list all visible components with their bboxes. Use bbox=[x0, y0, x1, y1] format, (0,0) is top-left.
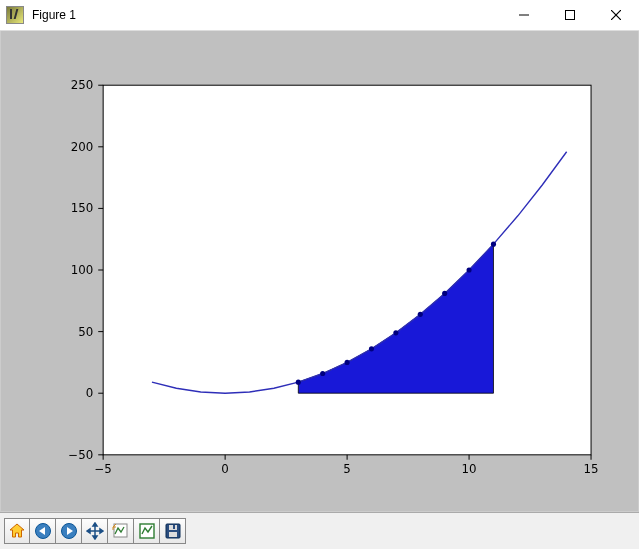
home-icon bbox=[8, 522, 26, 540]
minimize-button[interactable] bbox=[501, 0, 547, 30]
svg-rect-32 bbox=[173, 525, 175, 529]
sample-point bbox=[393, 330, 398, 335]
navigation-toolbar bbox=[0, 512, 639, 549]
plot-canvas[interactable]: −5051015−50050100150200250 bbox=[0, 31, 639, 512]
sample-point bbox=[442, 291, 447, 296]
x-tick-label: −5 bbox=[94, 462, 111, 476]
sample-point bbox=[491, 242, 496, 247]
sample-point bbox=[296, 380, 301, 385]
maximize-button[interactable] bbox=[547, 0, 593, 30]
zoom-icon bbox=[112, 522, 130, 540]
save-icon bbox=[164, 522, 182, 540]
close-icon bbox=[611, 10, 621, 20]
svg-marker-26 bbox=[100, 529, 103, 533]
titlebar: Figure 1 bbox=[0, 0, 639, 31]
svg-rect-1 bbox=[566, 11, 575, 20]
figure-window: Figure 1 −5051015−50050100150200250 bbox=[0, 0, 639, 549]
sample-point bbox=[369, 346, 374, 351]
forward-icon bbox=[60, 522, 78, 540]
sample-point bbox=[467, 267, 472, 272]
save-button[interactable] bbox=[160, 518, 186, 544]
y-tick-label: 0 bbox=[86, 386, 94, 400]
sample-point bbox=[320, 371, 325, 376]
minimize-icon bbox=[519, 10, 529, 20]
back-button[interactable] bbox=[30, 518, 56, 544]
svg-marker-24 bbox=[93, 536, 97, 539]
svg-marker-25 bbox=[87, 529, 90, 533]
close-button[interactable] bbox=[593, 0, 639, 30]
x-tick-label: 10 bbox=[462, 462, 477, 476]
x-tick-label: 0 bbox=[221, 462, 229, 476]
home-button[interactable] bbox=[4, 518, 30, 544]
forward-button[interactable] bbox=[56, 518, 82, 544]
back-icon bbox=[34, 522, 52, 540]
x-tick-label: 15 bbox=[584, 462, 599, 476]
pan-icon bbox=[86, 522, 104, 540]
configure-icon bbox=[138, 522, 156, 540]
maximize-icon bbox=[565, 10, 575, 20]
sample-point bbox=[345, 360, 350, 365]
sample-point bbox=[418, 312, 423, 317]
x-tick-label: 5 bbox=[343, 462, 351, 476]
axes-box bbox=[103, 85, 591, 455]
svg-rect-31 bbox=[169, 532, 177, 537]
y-tick-label: 100 bbox=[71, 263, 94, 277]
y-tick-label: 200 bbox=[71, 140, 94, 154]
pan-button[interactable] bbox=[82, 518, 108, 544]
y-tick-label: −50 bbox=[68, 448, 93, 462]
app-icon bbox=[6, 6, 24, 24]
y-tick-label: 50 bbox=[78, 325, 93, 339]
y-tick-label: 250 bbox=[71, 78, 94, 92]
plot-svg: −5051015−50050100150200250 bbox=[1, 31, 638, 511]
svg-marker-16 bbox=[10, 524, 24, 537]
y-tick-label: 150 bbox=[71, 201, 94, 215]
window-title: Figure 1 bbox=[32, 8, 76, 22]
configure-button[interactable] bbox=[134, 518, 160, 544]
svg-marker-23 bbox=[93, 523, 97, 526]
zoom-button[interactable] bbox=[108, 518, 134, 544]
